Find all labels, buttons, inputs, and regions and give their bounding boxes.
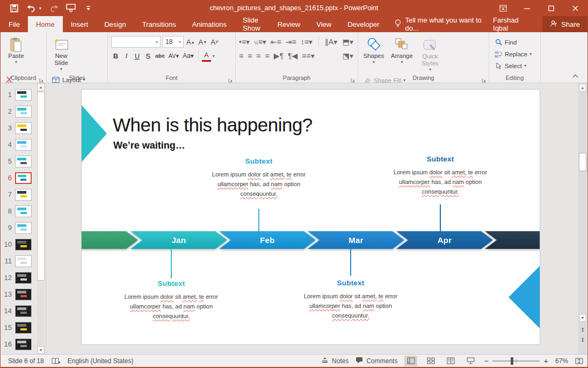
slide-thumbnail-preview[interactable] <box>15 122 32 134</box>
clipboard-dialog-launcher[interactable] <box>39 75 45 80</box>
callout-body[interactable]: Lorem ipsum dolor sit amet, te error ull… <box>111 292 231 321</box>
tab-home[interactable]: Home <box>28 16 63 32</box>
slide-show-button[interactable] <box>464 356 477 366</box>
zoom-out-button[interactable]: − <box>484 356 489 365</box>
quick-styles-button[interactable]: Quick Styles ▾ <box>418 35 442 73</box>
callout-feb-above[interactable]: SubtextLorem ipsum dolor sit amet, te er… <box>199 157 319 198</box>
slide-thumbnail-16[interactable]: 16 <box>1 336 35 352</box>
slide-thumbnail-preview[interactable] <box>15 89 32 101</box>
zoom-slider[interactable] <box>492 360 540 362</box>
slide-thumbnail-7[interactable]: 7 <box>1 186 35 203</box>
slide-thumbnail-preview[interactable] <box>15 156 32 167</box>
slide-thumbnail-12[interactable]: 12 <box>1 269 35 286</box>
save-icon[interactable] <box>9 3 19 13</box>
share-button[interactable]: Share <box>542 16 587 32</box>
new-slide-button[interactable]: New Slide ▾ <box>50 35 72 72</box>
title-chevron-decoration[interactable] <box>82 105 107 162</box>
undo-icon[interactable] <box>26 3 36 13</box>
comments-button[interactable]: Comments <box>355 357 397 365</box>
tab-transitions[interactable]: Transitions <box>134 16 184 32</box>
columns-button[interactable]: ≡≡▾ <box>302 51 314 60</box>
slide-thumbnail-4[interactable]: 4 <box>1 136 35 153</box>
slide-thumbnail-preview[interactable] <box>15 239 32 251</box>
fit-slide-to-window-button[interactable] <box>575 357 583 365</box>
thumbnail-scrollbar-thumb[interactable] <box>37 92 45 281</box>
slide-thumbnail-9[interactable]: 9 <box>1 219 35 236</box>
slide-thumbnail-5[interactable]: 5 <box>1 153 35 170</box>
increase-font-size-button[interactable]: A▲ <box>185 36 196 48</box>
line-spacing-button[interactable]: ↕≡▾ <box>301 38 313 46</box>
slide-thumbnail-3[interactable]: 3 <box>1 120 35 136</box>
decrease-font-size-button[interactable]: A▼ <box>198 36 208 48</box>
chevron-mar[interactable]: Mar <box>308 231 404 249</box>
font-dialog-launcher[interactable] <box>228 75 234 80</box>
slide-thumbnail-preview[interactable] <box>15 189 32 201</box>
font-color-dropdown-icon[interactable]: ▾ <box>213 54 215 58</box>
bold-button[interactable]: B <box>111 50 120 62</box>
numbering-button[interactable]: ½≡▾ <box>254 38 266 46</box>
slide-thumbnail-preview[interactable] <box>15 272 32 284</box>
justify-button[interactable]: ≡ <box>265 51 270 60</box>
previous-slide-button[interactable]: ▴▴ <box>579 326 586 333</box>
slide-thumbnail-preview[interactable] <box>15 289 32 300</box>
next-slide-button[interactable]: ▾▾ <box>579 336 586 344</box>
right-arrow-decoration[interactable] <box>509 265 540 329</box>
spell-check-icon[interactable] <box>52 357 60 365</box>
rtl-button[interactable]: ¶◀ <box>288 51 297 60</box>
callout-mar-below[interactable]: SubtextLorem ipsum dolor sit amet, te er… <box>291 279 411 320</box>
tab-review[interactable]: Review <box>270 16 309 32</box>
canvas-scroll-up-icon[interactable]: ▲ <box>579 84 586 92</box>
account-name[interactable]: Farshad Iqbal <box>493 16 534 32</box>
tab-insert[interactable]: Insert <box>63 16 97 32</box>
slide-thumbnail-preview[interactable] <box>15 322 32 334</box>
start-from-beginning-icon[interactable] <box>66 3 76 13</box>
callout-heading[interactable]: Subtext <box>199 157 319 165</box>
tell-me-box[interactable]: Tell me what you want to do... <box>395 16 493 32</box>
thumbnail-scroll-down-icon[interactable]: ▼ <box>37 346 45 354</box>
italic-button[interactable]: I <box>122 50 131 62</box>
chevron-apr[interactable]: Apr <box>396 231 493 249</box>
zoom-level[interactable]: 67% <box>555 357 568 365</box>
arrange-button[interactable]: Arrange ▾ <box>388 35 415 72</box>
find-button[interactable]: Find <box>492 36 533 48</box>
callout-heading[interactable]: Subtext <box>111 279 231 288</box>
slide-thumbnail-preview[interactable] <box>15 305 32 317</box>
shapes-button[interactable]: Shapes ▾ <box>361 35 386 72</box>
align-text-button[interactable]: ⬒▾ <box>343 38 353 46</box>
align-right-button[interactable]: ≡ <box>256 51 260 60</box>
zoom-slider-thumb[interactable] <box>511 357 513 365</box>
callout-body[interactable]: Lorem ipsum dolor sit amet, te error ull… <box>291 292 411 320</box>
slide-thumbnail-preview[interactable] <box>15 205 32 217</box>
slide-thumbnail-8[interactable]: 8 <box>1 203 35 219</box>
tab-developer[interactable]: Developer <box>339 16 387 32</box>
collapse-ribbon-button[interactable] <box>570 72 580 79</box>
close-button[interactable] <box>563 0 587 16</box>
zoom-in-button[interactable]: + <box>543 356 548 365</box>
slide-thumbnail-preview[interactable] <box>15 222 32 234</box>
slide-thumbnail-preview[interactable] <box>15 255 32 267</box>
text-direction-button[interactable]: ∥A▾ <box>325 38 337 46</box>
slide-thumbnail-15[interactable]: 15 <box>1 319 35 336</box>
undo-dropdown-icon[interactable]: ▾ <box>39 6 41 11</box>
thumbnail-scrollbar[interactable]: ▲ ▼ <box>37 83 45 354</box>
replace-button[interactable]: abac Replace▾ <box>492 48 533 60</box>
tab-design[interactable]: Design <box>96 16 134 32</box>
align-left-button[interactable]: ≡ <box>239 51 243 60</box>
slide-thumbnail-2[interactable]: 2 <box>1 103 35 120</box>
ribbon-display-options-icon[interactable] <box>491 0 515 16</box>
language-indicator[interactable]: English (United States) <box>68 357 134 365</box>
slide-thumbnail-preview[interactable] <box>15 106 32 117</box>
slide-thumbnail-13[interactable]: 13 <box>1 286 35 303</box>
callout-heading[interactable]: Subtext <box>291 279 411 287</box>
decrease-indent-button[interactable]: ⇤≡ <box>271 38 281 46</box>
chevron-jan[interactable]: Jan <box>130 231 227 249</box>
minimize-button[interactable] <box>515 0 539 16</box>
paragraph-dialog-launcher[interactable] <box>351 75 356 80</box>
slide-sorter-view-button[interactable] <box>424 356 437 366</box>
drawing-dialog-launcher[interactable] <box>482 75 487 80</box>
font-name-combo[interactable]: ▾ <box>111 36 161 48</box>
font-size-combo[interactable]: 18▾ <box>162 36 184 48</box>
clear-formatting-button[interactable]: A◤ <box>209 36 220 48</box>
callout-heading[interactable]: Subtext <box>380 155 500 163</box>
underline-button[interactable]: U <box>133 50 142 62</box>
